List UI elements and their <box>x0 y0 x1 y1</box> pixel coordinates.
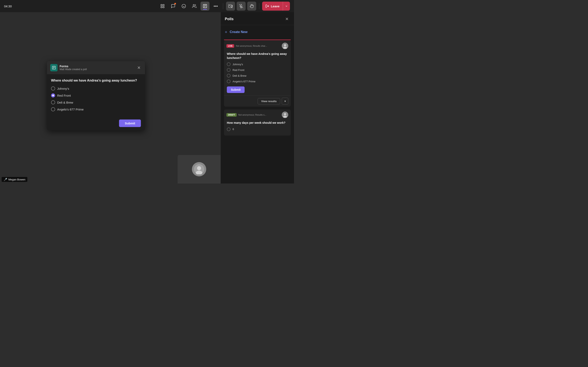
polls-sidebar: Polls ✕ ＋ Create New LIVE Not anonymous;… <box>221 12 294 184</box>
live-poll-question: Where should we have Andrea's going away… <box>227 52 288 60</box>
speaker-mic-icon: 🎤 <box>4 178 7 181</box>
live-poll-avatar <box>282 43 288 49</box>
live-poll-radio-3[interactable] <box>227 74 231 77</box>
plus-icon: ＋ <box>224 29 228 35</box>
svg-point-7 <box>193 4 195 6</box>
topbar: 04:30 ••• <box>0 0 294 12</box>
topbar-center-controls: ••• Leave <box>158 2 290 11</box>
live-poll-submit-button[interactable]: Submit <box>227 86 245 93</box>
view-results-button[interactable]: View results <box>258 98 280 104</box>
draft-poll-meta: Not anonymous; Results s... <box>238 114 267 116</box>
live-poll-card-body: Where should we have Andrea's going away… <box>224 51 291 95</box>
poll-popup-footer: Submit <box>47 117 145 130</box>
svg-rect-3 <box>163 7 164 8</box>
poll-option-2[interactable]: Red Front <box>51 93 141 98</box>
speaker-name: Megan Bowen <box>8 178 25 181</box>
draft-badge: DRAFT <box>226 113 237 117</box>
svg-point-22 <box>197 166 201 170</box>
forms-share-button[interactable] <box>200 2 209 11</box>
poll-popup-forms-label: Forms <box>60 65 87 68</box>
radio-angelos[interactable] <box>51 107 55 111</box>
radio-johnnys[interactable] <box>51 86 55 91</box>
draft-poll-avatar <box>282 111 288 118</box>
poll-popup-question: Where should we have Andrea's going away… <box>51 78 141 83</box>
svg-rect-0 <box>161 4 162 6</box>
create-new-poll-button[interactable]: ＋ Create New <box>224 28 247 35</box>
speaker-label: 🎤 Megan Bowen <box>2 177 27 182</box>
leave-button[interactable]: Leave <box>262 2 290 11</box>
draft-poll-radio-1[interactable] <box>227 127 231 131</box>
poll-option-label-4: Angelo's 677 Prime <box>57 108 84 111</box>
poll-popup: Forms Matt Wade created a poll ✕ Where s… <box>47 61 145 130</box>
polls-sidebar-close-button[interactable]: ✕ <box>284 16 290 22</box>
mic-toggle-button[interactable] <box>237 2 246 11</box>
raise-hand-button[interactable] <box>247 2 256 11</box>
view-results-chevron-button[interactable]: ▾ <box>282 98 288 105</box>
poll-option-4[interactable]: Angelo's 677 Prime <box>51 107 141 111</box>
live-poll-card-header: LIVE Not anonymous; Results shar... <box>224 41 291 51</box>
draft-poll-card-header: DRAFT Not anonymous; Results s... <box>224 109 291 120</box>
live-poll-card-footer: View results ▾ <box>224 95 291 107</box>
poll-option-1[interactable]: Johnny's <box>51 86 141 91</box>
polls-sidebar-header: Polls ✕ <box>221 12 294 25</box>
active-tab-indicator <box>203 9 207 10</box>
poll-popup-header: Forms Matt Wade created a poll ✕ <box>47 61 145 74</box>
video-toggle-button[interactable] <box>226 2 235 11</box>
draft-poll-card: DRAFT Not anonymous; Results s... How ma… <box>224 109 291 136</box>
live-badge: LIVE <box>226 44 234 48</box>
svg-rect-1 <box>163 4 164 6</box>
main-video-area: Forms Matt Wade created a poll ✕ Where s… <box>0 12 221 184</box>
poll-popup-close-button[interactable]: ✕ <box>136 65 142 71</box>
poll-popup-subtitle: Matt Wade created a poll <box>60 68 87 71</box>
live-poll-card: LIVE Not anonymous; Results shar... Wher… <box>224 41 291 107</box>
live-poll-radio-4[interactable] <box>227 80 231 83</box>
participants-button[interactable] <box>158 2 167 11</box>
more-options-button[interactable]: ••• <box>211 2 220 11</box>
live-poll-meta: Not anonymous; Results shar... <box>236 45 267 47</box>
polls-sidebar-body: ＋ Create New LIVE Not anonymous; Results… <box>221 25 294 184</box>
svg-point-4 <box>182 4 186 8</box>
svg-point-25 <box>284 44 286 47</box>
live-poll-option-1[interactable]: Johnny's <box>227 62 288 66</box>
live-poll-option-label-2: Red Front <box>233 68 244 72</box>
radio-redfront[interactable] <box>51 93 55 98</box>
people-button[interactable] <box>190 2 199 11</box>
poll-option-label-1: Johnny's <box>57 87 69 90</box>
poll-option-label-2: Red Front <box>57 94 71 97</box>
chevron-down-icon: ▾ <box>285 100 286 103</box>
svg-rect-2 <box>161 7 162 8</box>
draft-poll-option-1[interactable]: 6 <box>227 127 288 131</box>
chat-button[interactable] <box>169 2 178 11</box>
live-poll-accent-line <box>224 40 291 40</box>
reactions-button[interactable] <box>179 2 188 11</box>
draft-poll-option-label-1: 6 <box>233 128 234 131</box>
live-poll-radio-2[interactable] <box>227 68 231 72</box>
live-poll-option-4[interactable]: Angelo's 677 Prime <box>227 80 288 83</box>
participant-avatar <box>192 162 206 176</box>
forms-icon <box>50 64 58 71</box>
poll-popup-submit-button[interactable]: Submit <box>119 119 141 127</box>
live-poll-option-label-1: Johnny's <box>233 63 243 66</box>
polls-sidebar-title: Polls <box>225 17 233 21</box>
live-poll-option-3[interactable]: Deli & Brew <box>227 74 288 77</box>
draft-poll-question: How many days per week should we work? <box>227 121 288 125</box>
topbar-divider-2 <box>259 3 259 9</box>
radio-delibrew[interactable] <box>51 100 55 104</box>
poll-option-3[interactable]: Deli & Brew <box>51 100 141 104</box>
live-poll-option-2[interactable]: Red Front <box>227 68 288 72</box>
svg-point-28 <box>284 113 286 115</box>
draft-poll-card-body: How many days per week should we work? 6 <box>224 120 291 136</box>
poll-option-label-3: Deli & Brew <box>57 101 73 104</box>
participant-thumbnail <box>178 155 221 184</box>
poll-popup-body: Where should we have Andrea's going away… <box>47 74 145 117</box>
meeting-timer: 04:30 <box>4 4 12 8</box>
live-poll-radio-1[interactable] <box>227 62 231 66</box>
chat-notification-dot <box>174 3 176 4</box>
live-poll-option-label-3: Deli & Brew <box>233 74 246 77</box>
live-poll-option-label-4: Angelo's 677 Prime <box>233 80 255 83</box>
